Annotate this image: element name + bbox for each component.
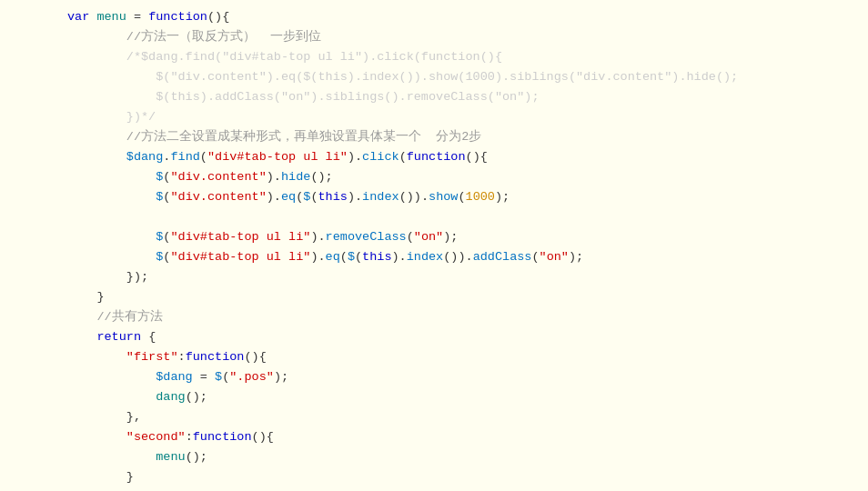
code-line: return { — [0, 327, 868, 347]
line-code: var menu = function(){ — [64, 7, 868, 27]
code-line: $("div#tab-top ul li").removeClass("on")… — [0, 227, 868, 247]
line-code: "second":function(){ — [64, 427, 868, 447]
code-line: })*/ — [0, 107, 868, 127]
code-line: menu(); — [0, 447, 868, 467]
code-line: //方法一（取反方式） 一步到位 — [0, 27, 868, 47]
code-line: } — [0, 287, 868, 307]
code-line: } — [0, 467, 868, 487]
line-code: $("div.content").hide(); — [64, 167, 868, 187]
code-line: var menu = function(){ — [0, 7, 868, 27]
line-code: "first":function(){ — [64, 347, 868, 367]
code-line: $dang.find("div#tab-top ul li").click(fu… — [0, 147, 868, 167]
line-code: })*/ — [64, 107, 868, 127]
code-line: $("div.content").eq($(this).index()).sho… — [0, 187, 868, 207]
code-line: $("div.content").hide(); — [0, 167, 868, 187]
code-line: //方法二全设置成某种形式，再单独设置具体某一个 分为2步 — [0, 127, 868, 147]
code-line: $(this).addClass("on").siblings().remove… — [0, 87, 868, 107]
code-line: }); — [0, 267, 868, 287]
code-line: "second":function(){ — [0, 427, 868, 447]
code-line: "first":function(){ — [0, 347, 868, 367]
line-code: dang(); — [64, 387, 868, 407]
line-code: /*$dang.find("div#tab-top ul li").click(… — [64, 47, 868, 67]
line-code: //方法二全设置成某种形式，再单独设置具体某一个 分为2步 — [64, 127, 868, 147]
line-code: menu(); — [64, 447, 868, 467]
line-code: $dang = $(".pos"); — [64, 367, 868, 387]
code-line: dang(); — [0, 387, 868, 407]
code-line: /*$dang.find("div#tab-top ul li").click(… — [0, 47, 868, 67]
code-line: //共有方法 — [0, 307, 868, 327]
code-line: $dang = $(".pos"); — [0, 367, 868, 387]
line-code: }); — [64, 267, 868, 287]
line-code: return { — [64, 327, 868, 347]
line-code: $("div.content").eq($(this).index()).sho… — [64, 67, 868, 87]
line-code: $(this).addClass("on").siblings().remove… — [64, 87, 868, 107]
code-line — [0, 207, 868, 227]
line-code: $dang.find("div#tab-top ul li").click(fu… — [64, 147, 868, 167]
line-code: $("div#tab-top ul li").eq($(this).index(… — [64, 247, 868, 267]
code-line: $("div#tab-top ul li").eq($(this).index(… — [0, 247, 868, 267]
code-line: $("div.content").eq($(this).index()).sho… — [0, 67, 868, 87]
code-line: }, — [0, 407, 868, 427]
line-code: //方法一（取反方式） 一步到位 — [64, 27, 868, 47]
line-code: }, — [64, 407, 868, 427]
line-code: $("div#tab-top ul li").removeClass("on")… — [64, 227, 868, 247]
line-code: $("div.content").eq($(this).index()).sho… — [64, 187, 868, 207]
line-code: //共有方法 — [64, 307, 868, 327]
code-editor: var menu = function(){ //方法一（取反方式） 一步到位 … — [0, 0, 868, 491]
line-code: } — [64, 467, 868, 487]
line-code: } — [64, 287, 868, 307]
